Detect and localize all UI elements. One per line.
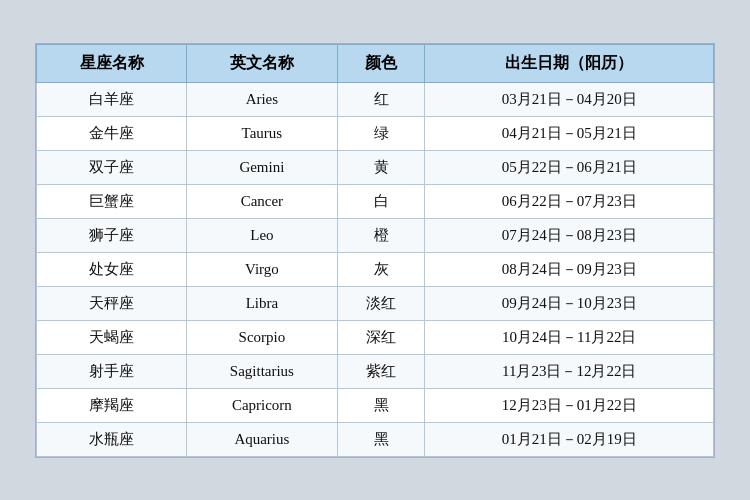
table-header-cell: 出生日期（阳历） (425, 44, 714, 82)
table-cell: 11月23日－12月22日 (425, 354, 714, 388)
table-cell: 处女座 (37, 252, 187, 286)
table-cell: 05月22日－06月21日 (425, 150, 714, 184)
table-cell: 03月21日－04月20日 (425, 82, 714, 116)
table-cell: Gemini (187, 150, 337, 184)
table-cell: 08月24日－09月23日 (425, 252, 714, 286)
table-cell: 07月24日－08月23日 (425, 218, 714, 252)
table-cell: 12月23日－01月22日 (425, 388, 714, 422)
table-row: 天蝎座Scorpio深红10月24日－11月22日 (37, 320, 714, 354)
table-row: 处女座Virgo灰08月24日－09月23日 (37, 252, 714, 286)
table-cell: Aquarius (187, 422, 337, 456)
table-header-cell: 英文名称 (187, 44, 337, 82)
table-cell: 天秤座 (37, 286, 187, 320)
table-cell: 水瓶座 (37, 422, 187, 456)
table-row: 白羊座Aries红03月21日－04月20日 (37, 82, 714, 116)
zodiac-table-container: 星座名称英文名称颜色出生日期（阳历） 白羊座Aries红03月21日－04月20… (35, 43, 715, 458)
table-cell: 06月22日－07月23日 (425, 184, 714, 218)
table-cell: 绿 (337, 116, 425, 150)
table-row: 射手座Sagittarius紫红11月23日－12月22日 (37, 354, 714, 388)
table-cell: 金牛座 (37, 116, 187, 150)
table-cell: 摩羯座 (37, 388, 187, 422)
table-row: 巨蟹座Cancer白06月22日－07月23日 (37, 184, 714, 218)
table-header-cell: 颜色 (337, 44, 425, 82)
table-cell: Aries (187, 82, 337, 116)
table-cell: Cancer (187, 184, 337, 218)
table-cell: 巨蟹座 (37, 184, 187, 218)
table-cell: Virgo (187, 252, 337, 286)
zodiac-table: 星座名称英文名称颜色出生日期（阳历） 白羊座Aries红03月21日－04月20… (36, 44, 714, 457)
table-row: 狮子座Leo橙07月24日－08月23日 (37, 218, 714, 252)
table-cell: 双子座 (37, 150, 187, 184)
table-cell: 白 (337, 184, 425, 218)
table-cell: 黑 (337, 422, 425, 456)
table-cell: 04月21日－05月21日 (425, 116, 714, 150)
table-cell: 淡红 (337, 286, 425, 320)
table-cell: 黄 (337, 150, 425, 184)
table-cell: 10月24日－11月22日 (425, 320, 714, 354)
table-cell: 09月24日－10月23日 (425, 286, 714, 320)
table-cell: Capricorn (187, 388, 337, 422)
table-cell: Taurus (187, 116, 337, 150)
table-cell: 白羊座 (37, 82, 187, 116)
table-cell: 灰 (337, 252, 425, 286)
table-row: 天秤座Libra淡红09月24日－10月23日 (37, 286, 714, 320)
table-row: 水瓶座Aquarius黑01月21日－02月19日 (37, 422, 714, 456)
table-cell: 射手座 (37, 354, 187, 388)
table-body: 白羊座Aries红03月21日－04月20日金牛座Taurus绿04月21日－0… (37, 82, 714, 456)
table-cell: 狮子座 (37, 218, 187, 252)
table-cell: Scorpio (187, 320, 337, 354)
table-cell: 红 (337, 82, 425, 116)
table-cell: 01月21日－02月19日 (425, 422, 714, 456)
table-cell: Libra (187, 286, 337, 320)
table-cell: Sagittarius (187, 354, 337, 388)
table-cell: Leo (187, 218, 337, 252)
table-row: 摩羯座Capricorn黑12月23日－01月22日 (37, 388, 714, 422)
table-row: 金牛座Taurus绿04月21日－05月21日 (37, 116, 714, 150)
table-cell: 橙 (337, 218, 425, 252)
table-cell: 黑 (337, 388, 425, 422)
table-header-row: 星座名称英文名称颜色出生日期（阳历） (37, 44, 714, 82)
table-header-cell: 星座名称 (37, 44, 187, 82)
table-cell: 紫红 (337, 354, 425, 388)
table-row: 双子座Gemini黄05月22日－06月21日 (37, 150, 714, 184)
table-cell: 深红 (337, 320, 425, 354)
table-cell: 天蝎座 (37, 320, 187, 354)
